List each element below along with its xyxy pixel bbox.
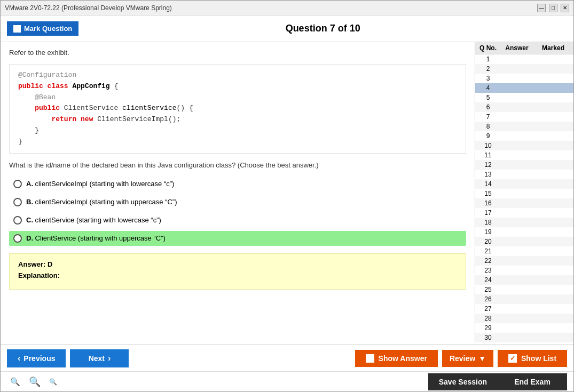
sidebar-marked	[535, 132, 571, 140]
sidebar-row[interactable]: 7	[475, 112, 573, 122]
zoom-normal-button[interactable]: 🔍	[26, 375, 44, 389]
show-answer-icon	[366, 354, 374, 363]
sidebar-row[interactable]: 17	[475, 208, 573, 218]
sidebar-row[interactable]: 25	[475, 285, 573, 294]
option-a[interactable]: A. clientServiceImpl (starting with lowe…	[9, 177, 466, 191]
window-controls: — □ ✕	[537, 4, 569, 12]
code-line-2: public class AppConfig {	[18, 81, 457, 92]
sidebar-row[interactable]: 30	[475, 333, 573, 342]
code-block: @Configuration public class AppConfig { …	[9, 64, 466, 154]
sidebar-row[interactable]: 19	[475, 227, 573, 237]
save-session-button[interactable]: Save Session	[428, 373, 498, 390]
window-title: VMware 2V0-72.22 (Professional Develop V…	[5, 4, 172, 12]
option-c[interactable]: C. clientService (starting with lowercas…	[9, 213, 466, 228]
explanation-text: Explanation:	[18, 271, 457, 279]
sidebar-marked	[535, 324, 571, 332]
sidebar-answer	[499, 142, 535, 149]
sidebar-marked	[535, 142, 571, 149]
next-button[interactable]: Next ›	[70, 349, 129, 367]
sidebar-row[interactable]: 27	[475, 304, 573, 314]
review-button[interactable]: Review ▼	[442, 350, 493, 367]
sidebar-row[interactable]: 10	[475, 141, 573, 150]
sidebar-marked	[535, 219, 571, 226]
end-exam-button[interactable]: End Exam	[498, 373, 567, 390]
sidebar-row[interactable]: 3	[475, 74, 573, 83]
checkbox-icon	[13, 25, 21, 33]
sidebar-row[interactable]: 20	[475, 237, 573, 246]
sidebar-row[interactable]: 5	[475, 93, 573, 102]
sidebar-row[interactable]: 18	[475, 218, 573, 227]
sidebar-answer	[499, 305, 535, 313]
sidebar-q-num: 29	[477, 324, 499, 332]
sidebar-answer	[499, 334, 535, 341]
sidebar-answer	[499, 94, 535, 101]
minimize-button[interactable]: —	[537, 4, 546, 12]
zoom-in-button[interactable]: 🔍	[46, 377, 60, 387]
sidebar-answer	[499, 84, 535, 92]
sidebar-q-num: 28	[477, 315, 499, 322]
sidebar-row[interactable]: 12	[475, 160, 573, 170]
sidebar-row[interactable]: 23	[475, 266, 573, 275]
sidebar-answer	[499, 113, 535, 121]
sidebar-row[interactable]: 14	[475, 179, 573, 189]
sidebar-row[interactable]: 22	[475, 256, 573, 266]
sidebar-q-num: 18	[477, 219, 499, 226]
sidebar-answer	[499, 219, 535, 226]
show-answer-button[interactable]: Show Answer	[355, 350, 438, 367]
main-content: Refer to the exhibit. @Configuration pub…	[1, 42, 573, 345]
sidebar-q-num: 27	[477, 305, 499, 313]
sidebar-marked	[535, 199, 571, 207]
sidebar-answer	[499, 171, 535, 178]
option-c-radio[interactable]	[13, 216, 22, 225]
sidebar-row[interactable]: 6	[475, 102, 573, 112]
toolbar: Mark Question Question 7 of 10	[1, 15, 573, 42]
sidebar-answer	[499, 228, 535, 236]
sidebar-q-num: 14	[477, 180, 499, 188]
show-list-icon: ✓	[508, 354, 517, 363]
previous-button[interactable]: ‹ Previous	[7, 349, 66, 367]
sidebar-answer	[499, 123, 535, 130]
sidebar-q-num: 7	[477, 113, 499, 121]
option-a-radio[interactable]	[13, 180, 22, 188]
sidebar-answer	[499, 324, 535, 332]
sidebar-row[interactable]: 4	[475, 83, 573, 93]
sidebar-marked	[535, 94, 571, 101]
sidebar-answer	[499, 103, 535, 111]
show-list-button[interactable]: ✓ Show List	[498, 350, 567, 367]
sidebar-header: Q No. Answer Marked	[475, 42, 573, 54]
mark-question-button[interactable]: Mark Question	[7, 21, 78, 36]
option-b-radio[interactable]	[13, 198, 22, 206]
option-b[interactable]: B. clientServiceImpl (starting with uppe…	[9, 195, 466, 210]
sidebar-marked	[535, 295, 571, 303]
sidebar-answer	[499, 209, 535, 217]
sidebar-q-num: 23	[477, 267, 499, 274]
zoom-out-button[interactable]: 🔍	[7, 376, 23, 388]
sidebar-marked	[535, 267, 571, 274]
answer-box: Answer: D Explanation:	[9, 253, 466, 290]
sidebar-q-num: 15	[477, 190, 499, 197]
sidebar-row[interactable]: 29	[475, 323, 573, 333]
maximize-button[interactable]: □	[549, 4, 557, 12]
sidebar-q-num: 9	[477, 132, 499, 140]
review-label: Review	[450, 354, 475, 363]
option-d[interactable]: D. ClientService (starting with uppercas…	[9, 231, 466, 246]
sidebar-row[interactable]: 26	[475, 294, 573, 304]
sidebar-row[interactable]: 8	[475, 122, 573, 131]
sidebar-row[interactable]: 15	[475, 189, 573, 198]
sidebar-row[interactable]: 13	[475, 170, 573, 179]
sidebar-row[interactable]: 16	[475, 198, 573, 208]
sidebar-list[interactable]: 1234567891011121314151617181920212223242…	[475, 54, 573, 345]
sidebar-marked	[535, 286, 571, 293]
prev-arrow-icon: ‹	[18, 354, 20, 363]
close-button[interactable]: ✕	[561, 4, 569, 12]
option-d-radio[interactable]	[13, 234, 22, 243]
sidebar-row[interactable]: 9	[475, 131, 573, 141]
sidebar-row[interactable]: 28	[475, 314, 573, 323]
sidebar-row[interactable]: 2	[475, 64, 573, 74]
sidebar-row[interactable]: 11	[475, 150, 573, 160]
sidebar-marked	[535, 75, 571, 82]
sidebar-row[interactable]: 21	[475, 246, 573, 256]
sidebar-row[interactable]: 24	[475, 275, 573, 285]
sidebar-answer	[499, 276, 535, 284]
sidebar-row[interactable]: 1	[475, 54, 573, 64]
